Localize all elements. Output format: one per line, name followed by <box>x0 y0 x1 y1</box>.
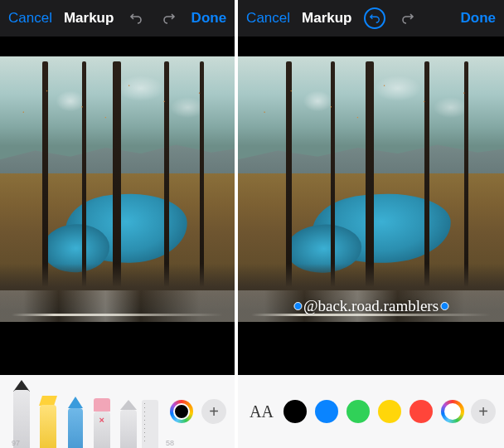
letterbox-top <box>238 37 504 56</box>
markup-pane-tools: Cancel Markup Done <box>0 0 235 448</box>
selection-handle-right[interactable] <box>440 302 448 310</box>
selection-handle-left[interactable] <box>293 302 302 310</box>
page-title: Markup <box>302 10 351 27</box>
color-picker-button[interactable] <box>441 400 464 423</box>
cancel-button[interactable]: Cancel <box>246 10 290 27</box>
add-tool-button[interactable]: + <box>201 399 226 424</box>
letterbox-top <box>0 37 235 56</box>
ruler-tool[interactable] <box>142 400 158 448</box>
canvas-area[interactable] <box>0 37 235 375</box>
hint-number: 97 <box>12 439 20 447</box>
canvas-area[interactable]: @back.road.ramblers <box>238 37 504 375</box>
header: Cancel Markup Done <box>0 0 235 37</box>
redo-button[interactable] <box>158 7 180 29</box>
font-style-button[interactable]: AA <box>246 402 277 421</box>
tools-toolbar: × + 97 58 <box>0 375 235 448</box>
color-swatches <box>284 400 464 423</box>
markup-pane-palette: Cancel Markup Done @back <box>238 0 504 448</box>
page-title: Markup <box>64 10 114 27</box>
photo[interactable] <box>0 56 235 322</box>
done-button[interactable]: Done <box>461 10 497 27</box>
photo[interactable]: @back.road.ramblers <box>238 56 504 322</box>
letterbox-bottom <box>0 322 235 375</box>
undo-button[interactable] <box>364 7 385 29</box>
undo-icon <box>129 12 143 25</box>
letterbox-bottom <box>238 322 504 375</box>
hint-number: 58 <box>166 439 174 447</box>
undo-button[interactable] <box>125 7 147 29</box>
watermark-label: @back.road.ramblers <box>303 297 439 315</box>
swatch-yellow[interactable] <box>378 400 401 423</box>
redo-icon <box>162 12 176 25</box>
eraser-tool[interactable]: × <box>89 398 115 448</box>
color-picker-button[interactable] <box>170 400 193 423</box>
swatch-red[interactable] <box>410 400 433 423</box>
swatch-blue[interactable] <box>315 400 338 423</box>
cancel-button[interactable]: Cancel <box>8 10 52 27</box>
watermark-text[interactable]: @back.road.ramblers <box>293 297 448 315</box>
add-tool-button[interactable]: + <box>471 399 496 424</box>
palette-toolbar: AA + <box>238 375 504 448</box>
redo-button[interactable] <box>397 7 419 29</box>
undo-icon <box>369 12 380 24</box>
swatch-green[interactable] <box>346 400 370 423</box>
swatch-black[interactable] <box>284 400 307 423</box>
redo-icon <box>401 12 414 25</box>
marker-tool[interactable] <box>35 396 61 448</box>
pen-tool[interactable] <box>8 380 35 448</box>
header: Cancel Markup Done <box>238 0 504 37</box>
done-button[interactable]: Done <box>191 10 227 27</box>
lasso-tool[interactable] <box>115 400 142 448</box>
pencil-tool[interactable] <box>61 397 88 448</box>
